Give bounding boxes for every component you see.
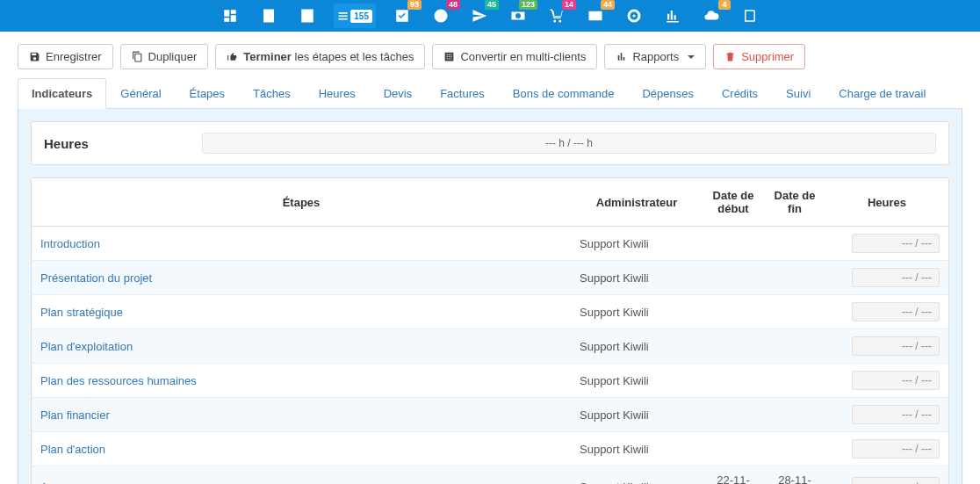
delete-label: Supprimer xyxy=(741,50,794,63)
stages-table: Étapes Administrateur Date de début Date… xyxy=(32,178,948,484)
hours-value: --- / --- xyxy=(852,268,940,287)
copy-icon xyxy=(132,51,143,62)
hours-cell-wrap: --- / --- xyxy=(825,364,948,398)
delete-button[interactable]: Supprimer xyxy=(713,44,805,69)
stage-link[interactable]: Plan financier xyxy=(40,408,110,422)
tab-etapes[interactable]: Étapes xyxy=(176,78,239,109)
admin-cell: Support Kiwili xyxy=(571,329,703,364)
building2-icon xyxy=(299,8,315,24)
action-toolbar: Enregistrer Dupliquer Terminer les étape… xyxy=(0,32,980,78)
nav-send-icon[interactable]: 45 xyxy=(467,4,492,28)
table-header-row: Étapes Administrateur Date de début Date… xyxy=(32,178,948,227)
nav-chart-icon[interactable] xyxy=(660,4,685,28)
tab-heures[interactable]: Heures xyxy=(305,78,370,109)
save-button[interactable]: Enregistrer xyxy=(18,44,113,69)
building-icon xyxy=(443,51,455,62)
table-row: Présentation du projetSupport Kiwili--- … xyxy=(32,261,948,295)
date-debut-cell xyxy=(703,295,764,329)
header-admin: Administrateur xyxy=(571,178,703,227)
nav-clock-icon[interactable]: 48 xyxy=(429,4,453,28)
chart-icon xyxy=(665,8,681,24)
date-fin-cell xyxy=(764,364,825,398)
tab-general[interactable]: Général xyxy=(106,78,175,109)
reports-label: Rapports xyxy=(632,50,679,63)
convert-button[interactable]: Convertir en multi-clients xyxy=(432,44,597,69)
nav-check-icon[interactable]: 93 xyxy=(390,4,414,28)
nav-badge: 14 xyxy=(562,0,576,10)
date-fin-cell xyxy=(764,295,825,329)
tab-chargedetravail[interactable]: Charge de travail xyxy=(825,78,940,109)
hours-value: --- / --- xyxy=(852,336,940,356)
hours-value: --- / --- xyxy=(852,405,940,424)
table-row: Plan stratégiqueSupport Kiwili--- / --- xyxy=(32,295,948,329)
date-debut-cell xyxy=(703,261,764,295)
hours-cell-wrap: --- / --- xyxy=(825,227,948,261)
table-row: AnnexesSupport Kiwili22-11-202228-11-202… xyxy=(32,466,948,485)
stage-link[interactable]: Présentation du projet xyxy=(40,271,152,285)
nav-money-icon[interactable]: 123 xyxy=(506,4,530,28)
chevron-down-icon xyxy=(688,55,695,59)
check-icon xyxy=(394,8,410,24)
nav-badge: 45 xyxy=(485,0,499,10)
stage-link[interactable]: Plan stratégique xyxy=(40,306,123,319)
date-fin-cell xyxy=(764,329,825,364)
tab-indicateurs[interactable]: Indicateurs xyxy=(18,78,106,109)
date-fin-cell xyxy=(764,227,825,261)
date-debut-cell xyxy=(703,227,764,261)
stage-link[interactable]: Annexes xyxy=(40,480,85,485)
tab-taches[interactable]: Tâches xyxy=(239,78,305,109)
table-row: IntroductionSupport Kiwili--- / --- xyxy=(32,227,948,261)
nav-cloud-icon[interactable]: 4 xyxy=(699,4,724,28)
stage-link[interactable]: Introduction xyxy=(40,237,100,250)
header-heures: Heures xyxy=(825,178,948,227)
nav-cart-icon[interactable]: 14 xyxy=(544,4,569,28)
duplicate-button[interactable]: Dupliquer xyxy=(120,44,209,69)
admin-cell: Support Kiwili xyxy=(571,295,703,329)
nav-book-icon[interactable] xyxy=(738,4,762,28)
nav-badge: 44 xyxy=(601,0,615,10)
admin-cell: Support Kiwili xyxy=(571,261,703,295)
send-icon xyxy=(472,8,487,24)
header-etapes: Étapes xyxy=(32,178,571,227)
header-date-fin: Date de fin xyxy=(764,178,825,227)
nav-target-icon[interactable] xyxy=(622,4,646,28)
tab-devis[interactable]: Devis xyxy=(370,78,427,109)
hours-progress-bar: --- h / --- h xyxy=(202,133,936,154)
hours-value: --- / --- xyxy=(852,234,940,253)
nav-list-icon[interactable]: 155 xyxy=(334,4,376,28)
tab-bonsdecommande[interactable]: Bons de commande xyxy=(499,78,629,109)
date-debut-cell xyxy=(703,432,764,466)
finish-button[interactable]: Terminer les étapes et les tâches xyxy=(215,44,425,69)
nav-badge: 4 xyxy=(718,0,731,10)
date-fin-cell xyxy=(764,398,825,432)
nav-building2-icon[interactable] xyxy=(295,4,320,28)
date-debut-cell xyxy=(703,329,764,364)
hours-title: Heures xyxy=(44,136,184,151)
tabs: IndicateursGénéralÉtapesTâchesHeuresDevi… xyxy=(18,78,962,109)
hours-cell-wrap: --- / --- xyxy=(825,295,948,329)
card-icon xyxy=(587,8,603,24)
hours-bar-text: --- h / --- h xyxy=(545,137,593,149)
nav-dashboard-icon[interactable] xyxy=(218,4,242,28)
tab-credits[interactable]: Crédits xyxy=(708,78,772,109)
date-fin-cell xyxy=(764,432,825,466)
save-label: Enregistrer xyxy=(46,50,102,63)
target-icon xyxy=(626,8,642,24)
stage-link[interactable]: Plan d'action xyxy=(40,443,105,456)
stage-link[interactable]: Plan des ressources humaines xyxy=(40,374,197,387)
table-row: Plan d'actionSupport Kiwili--- / --- xyxy=(32,432,948,466)
header-date-debut: Date de début xyxy=(703,178,764,227)
tab-depenses[interactable]: Dépenses xyxy=(628,78,708,109)
admin-cell: Support Kiwili xyxy=(571,364,703,398)
stage-link[interactable]: Plan d'exploitation xyxy=(40,340,133,353)
admin-cell: Support Kiwili xyxy=(571,466,703,485)
date-debut-cell xyxy=(703,398,764,432)
hours-value: --- / --- xyxy=(852,439,940,459)
reports-button[interactable]: Rapports xyxy=(604,44,706,69)
nav-building-icon[interactable] xyxy=(256,4,281,28)
tab-factures[interactable]: Factures xyxy=(426,78,499,109)
nav-card-icon[interactable]: 44 xyxy=(583,4,608,28)
admin-cell: Support Kiwili xyxy=(571,432,703,466)
top-navbar: 15593484512314444 xyxy=(0,0,980,32)
tab-suivi[interactable]: Suivi xyxy=(772,78,825,109)
